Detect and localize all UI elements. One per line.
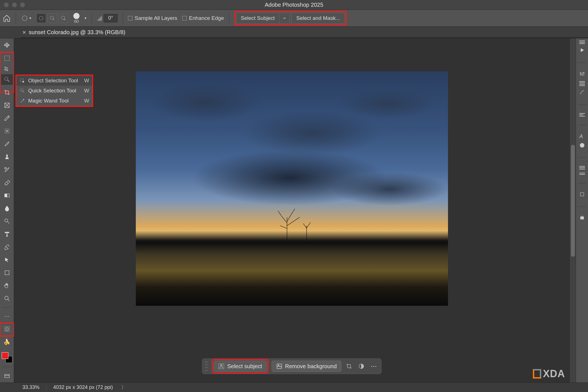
frame-tool[interactable] bbox=[1, 100, 13, 111]
ctx-crop-button[interactable] bbox=[344, 361, 354, 371]
libraries-panel-icon[interactable] bbox=[580, 215, 585, 221]
marquee-tool[interactable] bbox=[1, 53, 13, 64]
actions-panel-icon[interactable] bbox=[579, 47, 585, 54]
pen-tool[interactable] bbox=[1, 242, 13, 252]
document-tab-title[interactable]: sunset Colorado.jpg @ 33.3% (RGB/8) bbox=[29, 29, 125, 36]
history-brush-tool[interactable] bbox=[1, 164, 13, 175]
sample-all-layers-checkbox[interactable]: Sample All Layers bbox=[128, 15, 177, 21]
eyedropper-tool[interactable] bbox=[1, 113, 13, 123]
quick-mask-toggle[interactable] bbox=[1, 324, 13, 334]
svg-rect-12 bbox=[4, 194, 7, 197]
flyout-shortcut: W bbox=[84, 98, 89, 104]
contextual-task-bar[interactable]: Select subject Remove background ⋯ bbox=[202, 358, 381, 374]
svg-point-25 bbox=[582, 74, 582, 75]
scrollbar-thumb[interactable] bbox=[571, 145, 575, 257]
flyout-label: Quick Selection Tool bbox=[28, 88, 76, 94]
flyout-quick-selection[interactable]: Quick Selection Tool W bbox=[17, 86, 92, 96]
move-tool[interactable] bbox=[1, 40, 13, 51]
right-panel-rail: A bbox=[576, 38, 588, 382]
chevron-down-icon: ▾ bbox=[29, 16, 31, 20]
annotation-highlight-options: Select Subject Select and Mask... bbox=[234, 11, 347, 25]
select-subject-dropdown[interactable] bbox=[279, 13, 290, 24]
paths-panel-icon[interactable] bbox=[580, 192, 585, 198]
separator bbox=[2, 307, 12, 307]
svg-point-9 bbox=[6, 130, 8, 132]
svg-point-19 bbox=[221, 365, 222, 366]
angle-input[interactable] bbox=[104, 14, 118, 22]
separator bbox=[92, 13, 92, 24]
healing-brush-tool[interactable] bbox=[1, 126, 13, 136]
ctx-adjust-button[interactable] bbox=[357, 361, 366, 371]
type-tool[interactable] bbox=[1, 229, 13, 239]
window-controls[interactable] bbox=[4, 3, 25, 7]
svg-point-24 bbox=[580, 73, 581, 74]
zoom-tool[interactable] bbox=[1, 293, 13, 304]
ctx-select-subject-button[interactable]: Select subject bbox=[213, 361, 267, 372]
foreground-color-swatch[interactable] bbox=[2, 352, 8, 359]
svg-rect-16 bbox=[4, 327, 9, 332]
quick-selection-tool[interactable]: Object Selection Tool W Quick Selection … bbox=[1, 74, 13, 85]
select-and-mask-button[interactable]: Select and Mask... bbox=[291, 13, 345, 24]
svg-point-3 bbox=[62, 16, 65, 19]
new-selection-button[interactable] bbox=[36, 13, 46, 23]
eraser-tool[interactable] bbox=[1, 177, 13, 188]
document-canvas[interactable] bbox=[136, 71, 448, 306]
tool-preset-picker[interactable]: ▾ bbox=[21, 15, 31, 22]
screen-mode-button[interactable] bbox=[1, 371, 13, 382]
minimize-window-button[interactable] bbox=[12, 3, 17, 7]
flyout-magic-wand[interactable]: Magic Wand Tool W bbox=[17, 96, 92, 106]
status-dropdown-button[interactable]: 〉 bbox=[121, 384, 126, 391]
separator bbox=[578, 206, 586, 207]
path-selection-tool[interactable] bbox=[1, 255, 13, 265]
enhance-edge-checkbox[interactable]: Enhance Edge bbox=[182, 15, 224, 21]
magic-wand-icon bbox=[19, 98, 25, 104]
gradient-tool[interactable] bbox=[1, 190, 13, 201]
chevron-down-icon[interactable]: ▾ bbox=[85, 16, 87, 20]
flyout-object-selection[interactable]: Object Selection Tool W bbox=[17, 76, 92, 86]
brush-tool[interactable] bbox=[1, 139, 13, 149]
brush-dot-icon bbox=[73, 13, 80, 19]
zoom-level[interactable]: 33.33% bbox=[22, 384, 39, 390]
paragraph-panel-icon[interactable] bbox=[579, 113, 585, 116]
styles-panel-icon[interactable] bbox=[579, 81, 585, 86]
svg-rect-14 bbox=[5, 271, 9, 275]
layers-panel-icon[interactable] bbox=[579, 166, 585, 169]
close-tab-button[interactable]: × bbox=[22, 29, 26, 36]
edit-toolbar-button[interactable]: ⋯ bbox=[1, 311, 13, 321]
zoom-window-button[interactable] bbox=[20, 3, 25, 7]
drag-handle-icon[interactable] bbox=[205, 361, 208, 372]
adjustments-panel-icon[interactable] bbox=[579, 71, 585, 78]
brush-preview[interactable]: 60 bbox=[73, 13, 80, 23]
select-subject-button[interactable]: Select Subject bbox=[236, 13, 279, 24]
shape-tool[interactable] bbox=[1, 267, 13, 278]
close-window-button[interactable] bbox=[4, 3, 9, 7]
image-content bbox=[270, 206, 326, 240]
brushes-panel-icon[interactable] bbox=[579, 89, 585, 96]
clone-stamp-tool[interactable] bbox=[1, 151, 13, 162]
subtract-from-selection-button[interactable] bbox=[59, 13, 68, 23]
image-content bbox=[330, 172, 448, 206]
dodge-tool[interactable] bbox=[1, 216, 13, 227]
properties-panel-icon[interactable] bbox=[579, 41, 585, 44]
hand-tool[interactable] bbox=[1, 280, 13, 291]
swatches-panel-icon[interactable] bbox=[580, 143, 585, 149]
channels-panel-icon[interactable] bbox=[579, 173, 585, 175]
add-to-selection-button[interactable] bbox=[48, 13, 57, 23]
home-icon[interactable] bbox=[3, 14, 11, 22]
svg-point-10 bbox=[4, 167, 6, 169]
svg-point-22 bbox=[278, 365, 279, 366]
ctx-more-button[interactable]: ⋯ bbox=[369, 361, 379, 371]
doc-dimensions[interactable]: 4032 px x 3024 px (72 ppi) bbox=[53, 384, 113, 390]
color-swatches[interactable] bbox=[2, 352, 12, 363]
character-panel-icon[interactable]: A bbox=[580, 134, 585, 139]
svg-point-1 bbox=[39, 16, 43, 20]
separator bbox=[229, 13, 229, 24]
checkbox-icon bbox=[128, 16, 132, 20]
vertical-scrollbar[interactable] bbox=[570, 38, 576, 382]
flyout-shortcut: W bbox=[84, 78, 89, 84]
blur-tool[interactable] bbox=[1, 203, 13, 214]
lasso-tool[interactable] bbox=[1, 64, 13, 74]
separator bbox=[16, 13, 16, 24]
crop-tool[interactable] bbox=[1, 87, 13, 98]
ctx-remove-background-button[interactable]: Remove background bbox=[271, 361, 342, 372]
